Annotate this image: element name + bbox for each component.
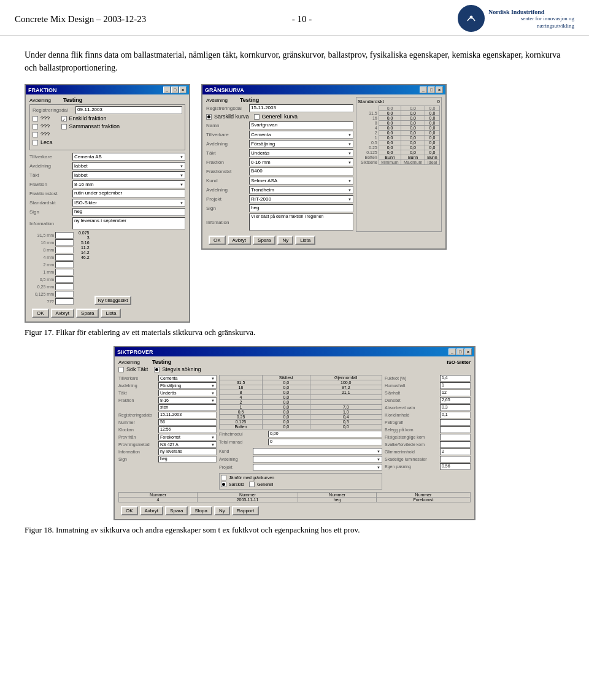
fraktion-sikt-val-2[interactable]	[55, 261, 74, 268]
fraktion-sikt-val-16[interactable]	[55, 239, 74, 246]
sikt-center-cell-test[interactable]: 0,0	[263, 385, 310, 390]
granskurva-ny-btn[interactable]: Ny	[277, 236, 293, 245]
sp-fuktvot-input[interactable]: 1,4	[440, 375, 471, 382]
fraktion-standardskt-select[interactable]: ISO-Sikter ▼	[72, 199, 185, 207]
grans-cell[interactable]: 0,0	[425, 136, 439, 140]
grans-cell[interactable]: 0,0	[425, 131, 439, 136]
sp-tillverkare-select[interactable]: Cementa ▼	[158, 375, 217, 382]
siktprover-radio-stegvis-btn[interactable]	[154, 367, 160, 372]
grans-cell[interactable]: Bunn	[379, 155, 401, 160]
fraktion-sikt-val-unk[interactable]	[55, 298, 74, 305]
granskurva-kund-select[interactable]: Selmer ASA ▼	[249, 177, 353, 185]
granskurva-reg-input[interactable]: 15-11-2003	[249, 104, 353, 112]
sp-skadelige-input[interactable]	[440, 456, 471, 463]
sp-provningsmetod-select[interactable]: NS 427 A ▼	[158, 441, 217, 448]
granskurva-avdelning2-select[interactable]: Försäljning ▼	[249, 140, 353, 148]
fraktion-spara-btn[interactable]: Spara	[76, 309, 99, 318]
siktprover-close-btn[interactable]: ×	[464, 348, 472, 355]
fraktion-sikt-val-315[interactable]	[55, 232, 74, 239]
sp-jmf-radio-sarskild-btn[interactable]	[221, 482, 226, 487]
grans-cell[interactable]: 0,0	[401, 140, 425, 145]
granskurva-lista-btn[interactable]: Lista	[295, 236, 315, 245]
sp-kund-select[interactable]: ▼	[253, 448, 382, 455]
sp-projekt-select[interactable]: ▼	[253, 464, 382, 471]
sp-ny-btn[interactable]: Ny	[214, 506, 230, 515]
granskurva-radio-generell-btn[interactable]	[254, 114, 260, 120]
sp-avbryt-btn[interactable]: Avbryt	[140, 506, 164, 515]
fraktion-avbryt-btn[interactable]: Avbryt	[51, 309, 75, 318]
fraktion-radio3[interactable]	[33, 132, 38, 137]
fraktion-maximize-btn[interactable]: □	[171, 87, 179, 93]
grans-cell[interactable]: 0,0	[425, 121, 439, 126]
fraktion-reg-input[interactable]: 09-11-2003	[75, 106, 182, 114]
sikt-center-cell-gjennom[interactable]: 21,1	[310, 390, 382, 395]
sp-humushalt-input[interactable]: 1	[440, 382, 471, 389]
siktprover-maximize-btn[interactable]: □	[456, 348, 464, 355]
granskurva-ok-btn[interactable]: OK	[209, 236, 226, 245]
sp-finhetmodul-input[interactable]: 0,00	[268, 431, 382, 437]
granskurva-avbryt-btn[interactable]: Avbryt	[228, 236, 252, 245]
sikt-center-cell-gjennom[interactable]: 100,0	[310, 380, 382, 385]
sp-fraktion-select[interactable]: 8-16 ▼	[158, 397, 217, 404]
granskurva-sign-input[interactable]: heg	[249, 204, 353, 212]
fraktion-tillverkare-select[interactable]: Cementa AB ▼	[72, 153, 185, 161]
fraktion-close-btn[interactable]: ×	[179, 87, 187, 93]
sp-fraktion2-input[interactable]: sten	[158, 404, 217, 411]
grans-cell[interactable]: 0,0	[379, 145, 401, 150]
fraktion-checkbox1[interactable]	[61, 116, 67, 121]
sp-regdato-input[interactable]: 15.11.2003	[158, 412, 217, 418]
grans-cell[interactable]: 0,0	[379, 111, 401, 116]
sikt-center-cell-test[interactable]: 0,0	[263, 400, 310, 405]
fraktion-ny-tillaggssikt-btn[interactable]: Ny tilläggssikt	[94, 296, 132, 305]
grans-cell[interactable]: 0,0	[401, 131, 425, 136]
grans-cell[interactable]: 0,0	[425, 150, 439, 155]
fraktion-sikt-val-05[interactable]	[55, 276, 74, 283]
grans-cell[interactable]: 0,0	[401, 126, 425, 131]
grans-cell[interactable]: 0,0	[401, 145, 425, 150]
sp-belegg-input[interactable]	[440, 426, 471, 433]
fraktion-sikt-val-0125[interactable]	[55, 291, 74, 298]
fraktion-minimize-btn[interactable]: _	[163, 87, 171, 93]
sikt-center-cell-gjennom[interactable]	[310, 395, 382, 400]
sikt-center-cell-test[interactable]: 0,0	[263, 395, 310, 400]
grans-cell[interactable]: 0,0	[425, 140, 439, 145]
sp-avdelning2-select[interactable]: Försäljning ▼	[158, 382, 217, 389]
fraktion-radio4[interactable]	[33, 140, 38, 145]
grans-cell[interactable]: 0,0	[379, 131, 401, 136]
fraktion-sikt-val-025[interactable]	[55, 283, 74, 290]
sikt-center-cell-gjennom[interactable]: 0,0	[310, 425, 382, 429]
fraktion-radio1[interactable]	[33, 116, 38, 121]
fraktion-sikt-val-8[interactable]	[55, 247, 74, 253]
sikt-center-cell-test[interactable]: 0,0	[263, 425, 310, 429]
sikt-center-cell-test[interactable]: 0,0	[263, 405, 310, 410]
grans-cell[interactable]: 0,0	[379, 140, 401, 145]
granskurva-minimize-btn[interactable]: _	[420, 87, 427, 93]
granskurva-fraktionstxt-input[interactable]: B400	[249, 167, 353, 175]
grans-cell[interactable]: 0,0	[401, 111, 425, 116]
sp-spara-btn[interactable]: Spara	[165, 506, 188, 515]
fraktion-ok-btn[interactable]: OK	[32, 309, 49, 318]
granskurva-radio-sarskild-btn[interactable]	[206, 114, 212, 120]
grans-cell[interactable]: 0,0	[401, 121, 425, 126]
sp-glimmer-input[interactable]: 2	[440, 448, 471, 455]
sp-klockan-input[interactable]: 12:56	[158, 426, 217, 433]
granskurva-close-btn[interactable]: ×	[436, 87, 443, 93]
grans-cell[interactable]: Bunn	[425, 155, 439, 160]
sp-sign-input[interactable]: heg	[158, 456, 217, 463]
fraktion-takt-select[interactable]: labbet ▼	[72, 171, 185, 179]
fraktion-info-input[interactable]: ny leverans i september	[72, 217, 185, 229]
fraktion-fraktion-select[interactable]: 8-16 mm ▼	[72, 180, 185, 188]
grans-cell[interactable]: 0,0	[425, 145, 439, 150]
fraktion-radio2[interactable]	[33, 124, 38, 129]
grans-cell[interactable]: 0,0	[425, 116, 439, 121]
sikt-center-cell-test[interactable]: 0,0	[263, 410, 310, 415]
sikt-center-cell-gjennom[interactable]: 0,3	[310, 420, 382, 425]
sikt-center-cell-test[interactable]: 0,0	[263, 390, 310, 395]
grans-cell[interactable]: 0,0	[425, 126, 439, 131]
fraktion-sign-input[interactable]: heg	[72, 208, 185, 216]
granskurva-fraktion-select[interactable]: 0-16 mm ▼	[249, 158, 353, 166]
sikt-center-cell-gjennom[interactable]: 0,4	[310, 415, 382, 420]
fraktion-avdelning2-select[interactable]: labbet ▼	[72, 162, 185, 170]
sp-svalke-input[interactable]	[440, 441, 471, 448]
granskurva-takt-select[interactable]: Underäs ▼	[249, 149, 353, 157]
